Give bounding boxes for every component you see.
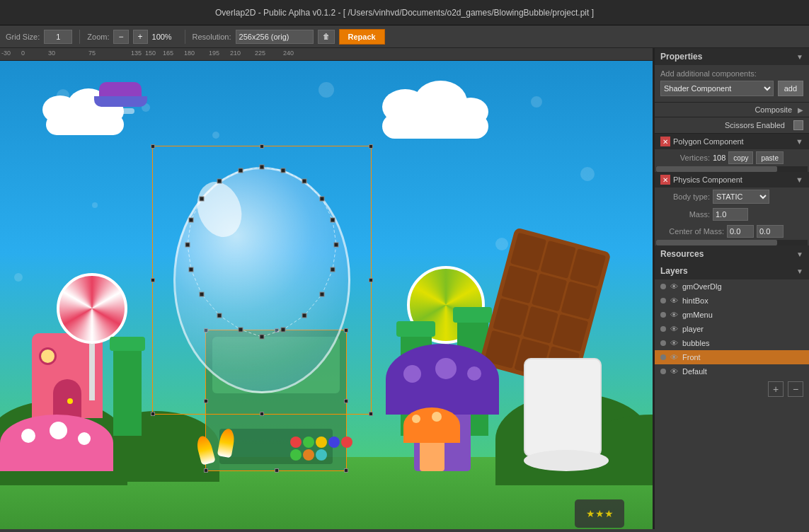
layer-item-hintbox[interactable]: 👁 hintBox: [655, 294, 809, 308]
layers-title: Layers: [660, 266, 688, 276]
layer-visibility-toggle[interactable]: 👁: [670, 325, 678, 333]
title-bar: Overlap2D - Public Aplha v0.1.2 - [ /Use…: [0, 0, 809, 25]
layer-dot: [660, 284, 666, 289]
resolution-label: Resolution:: [193, 33, 231, 41]
layer-name: hintBox: [682, 296, 708, 305]
polygon-remove-button[interactable]: ✕: [660, 137, 670, 146]
layer-dot: [660, 354, 666, 360]
composite-chevron-icon[interactable]: ▶: [798, 106, 803, 114]
add-layer-button[interactable]: +: [768, 381, 784, 397]
component-type-select[interactable]: Shader Component: [660, 81, 774, 96]
physics-chevron-icon[interactable]: ▼: [796, 175, 803, 184]
resources-header: Resources ▼: [655, 245, 809, 262]
separator-2: [185, 30, 185, 44]
polygon-scrollbar[interactable]: [656, 166, 808, 172]
pipe-left: [110, 337, 145, 436]
com-x-input[interactable]: [727, 225, 754, 238]
layer-dot: [660, 369, 666, 374]
physics-scrollbar[interactable]: [656, 240, 808, 245]
ruler-tick: 210: [230, 50, 241, 57]
properties-header: Properties ▼: [655, 48, 809, 65]
center-of-mass-row: Center of Mass:: [655, 223, 809, 240]
layer-dot: [660, 298, 666, 303]
layers-bottom-actions: + −: [655, 378, 809, 400]
physics-component-title: Physics Component: [673, 175, 793, 184]
candy-corn-2: [219, 429, 234, 457]
repack-button[interactable]: Repack: [339, 29, 385, 45]
layers-collapse-icon[interactable]: ▼: [796, 267, 803, 275]
properties-title: Properties: [660, 52, 702, 62]
delete-layer-button[interactable]: −: [788, 381, 803, 397]
shoe-item: [92, 82, 149, 125]
layer-visibility-toggle[interactable]: 👁: [670, 282, 678, 291]
vertices-label: Vertices:: [660, 154, 710, 162]
layer-item-front[interactable]: 👁 Front: [655, 350, 809, 364]
com-y-input[interactable]: [757, 225, 784, 238]
vertices-value: 108: [713, 154, 725, 162]
ruler-tick: 30: [48, 50, 55, 57]
candy-corn: [198, 436, 212, 464]
resources-collapse-icon[interactable]: ▼: [796, 250, 803, 258]
title-text: Overlap2D - Public Aplha v0.1.2 - [ /Use…: [215, 8, 594, 18]
zoom-in-button[interactable]: +: [133, 30, 148, 44]
layer-name: gmOverDlg: [682, 282, 722, 291]
scissors-row: Scissors Enabled: [655, 117, 809, 134]
layer-visibility-toggle[interactable]: 👁: [670, 367, 678, 376]
properties-collapse-icon[interactable]: ▼: [796, 53, 803, 61]
ruler-tick: 180: [184, 50, 195, 57]
add-components-row: Add additional components: Shader Compon…: [655, 65, 809, 103]
physics-component-header: ✕ Physics Component ▼: [655, 172, 809, 187]
body-type-label: Body type:: [660, 192, 710, 201]
stars-badge: ★★★: [575, 499, 624, 528]
ruler-tick: 195: [209, 50, 219, 57]
layer-item-default[interactable]: 👁 Default: [655, 364, 809, 378]
layers-list: 👁 gmOverDlg 👁 hintBox 👁 gmMenu 👁 player …: [655, 279, 809, 378]
resolution-input[interactable]: [236, 30, 314, 44]
ruler-tick: 0: [21, 50, 25, 57]
layer-item-bubbles[interactable]: 👁 bubbles: [655, 336, 809, 350]
game-canvas[interactable]: ★★★: [0, 61, 653, 529]
physics-remove-button[interactable]: ✕: [660, 175, 670, 185]
layer-visibility-toggle[interactable]: 👁: [670, 311, 678, 319]
layer-item-gmmenu[interactable]: 👁 gmMenu: [655, 308, 809, 322]
layer-name: Front: [682, 353, 701, 362]
grid-size-input[interactable]: [44, 30, 72, 44]
layer-visibility-toggle[interactable]: 👁: [670, 296, 678, 305]
com-label: Center of Mass:: [660, 227, 724, 236]
layer-item-gmoverdlg[interactable]: 👁 gmOverDlg: [655, 279, 809, 294]
paste-button[interactable]: paste: [756, 151, 783, 164]
mass-label: Mass:: [660, 210, 710, 219]
polygon-chevron-icon[interactable]: ▼: [796, 137, 803, 146]
layer-item-player[interactable]: 👁 player: [655, 322, 809, 336]
ruler-horizontal: -30 0 30 75 135 150 165 180 195 210 225 …: [0, 48, 653, 61]
zoom-out-button[interactable]: −: [113, 30, 128, 44]
sky-dot: [580, 167, 595, 181]
ruler-tick: -30: [1, 50, 11, 57]
sky-dot: [212, 132, 219, 139]
polygon-scrollbar-thumb: [656, 166, 777, 172]
small-mushroom-orange: [403, 407, 460, 471]
ruler-tick: 150: [145, 50, 156, 57]
body-type-select[interactable]: STATIC DYNAMIC KINEMATIC: [713, 190, 769, 204]
add-components-label: Add additional components:: [660, 69, 757, 78]
copy-button[interactable]: copy: [728, 151, 753, 164]
add-component-button[interactable]: add: [778, 81, 803, 96]
ruler-tick: 225: [255, 50, 265, 57]
canvas-area[interactable]: -30 0 30 75 135 150 165 180 195 210 225 …: [0, 48, 653, 529]
scissors-checkbox[interactable]: [793, 120, 803, 130]
physics-scrollbar-thumb: [656, 240, 777, 245]
mass-input[interactable]: [713, 208, 748, 221]
polygon-component-header: ✕ Polygon Component ▼: [655, 134, 809, 149]
resolution-remove-button[interactable]: 🗑: [318, 30, 335, 44]
layer-visibility-toggle[interactable]: 👁: [670, 353, 678, 362]
layer-dot: [660, 326, 666, 332]
colored-balls: [290, 436, 354, 461]
bubble-object[interactable]: [152, 146, 372, 415]
layer-visibility-toggle[interactable]: 👁: [670, 339, 678, 347]
scissors-label: Scissors Enabled: [725, 121, 785, 129]
separator-1: [79, 30, 80, 44]
ruler-tick: 75: [88, 50, 96, 57]
composite-label: Composite: [755, 105, 792, 114]
sky-dot: [14, 273, 23, 282]
toolbar: Grid Size: Zoom: − + 100% Resolution: 🗑 …: [0, 25, 809, 48]
